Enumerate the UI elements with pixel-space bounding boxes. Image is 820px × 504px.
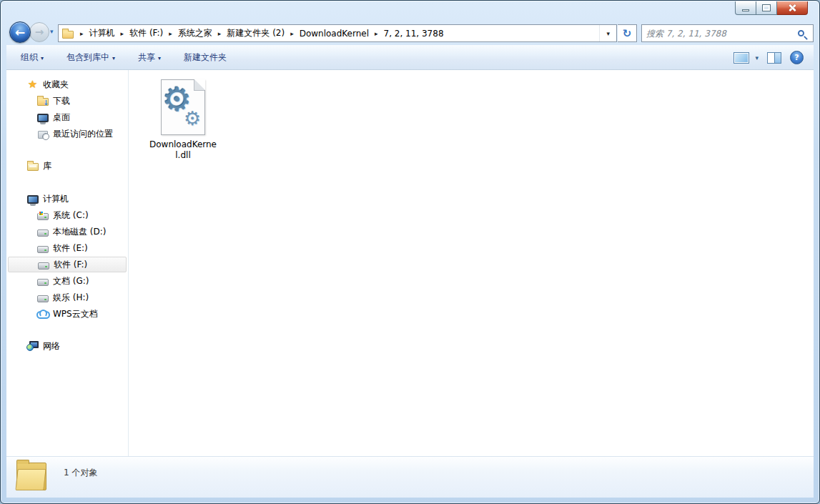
network-icon bbox=[26, 340, 39, 352]
help-icon[interactable]: ? bbox=[790, 51, 804, 64]
sidebar-group-libraries[interactable]: 库 bbox=[8, 158, 127, 174]
chevron-down-icon: ▾ bbox=[158, 55, 161, 61]
breadcrumb-xitongzhijia[interactable]: 系统之家 bbox=[174, 25, 216, 41]
sidebar-group-computer[interactable]: 计算机 bbox=[8, 191, 127, 207]
file-list-area[interactable]: ⚙ ⚙ DownloadKernel.dll bbox=[129, 70, 814, 456]
window-controls bbox=[735, 1, 808, 15]
file-name-label: DownloadKernel.dll bbox=[147, 139, 219, 161]
forward-arrow-icon: → bbox=[35, 26, 44, 39]
chevron-down-icon: ▾ bbox=[112, 55, 115, 61]
breadcrumb-downloadkernel[interactable]: DownloadKernel bbox=[296, 26, 372, 41]
back-button[interactable]: ← bbox=[9, 21, 31, 43]
recent-places-icon bbox=[36, 128, 49, 139]
item-count-label: 1 个对象 bbox=[64, 467, 97, 479]
dll-file-icon: ⚙ ⚙ bbox=[161, 79, 205, 135]
address-bar[interactable]: ▸ 计算机 ▸ 软件 (F:) ▸ 系统之家 ▸ 新建文件夹 (2) ▸ Dow… bbox=[58, 24, 617, 42]
hard-drive-icon bbox=[36, 242, 49, 254]
minimize-icon bbox=[742, 9, 749, 11]
refresh-button[interactable]: ↻ bbox=[618, 24, 637, 42]
organize-button[interactable]: 组织▾ bbox=[12, 48, 52, 67]
breadcrumb-separator-icon: ▸ bbox=[119, 30, 127, 37]
include-in-library-button[interactable]: 包含到库中▾ bbox=[58, 48, 124, 67]
command-toolbar: 组织▾ 包含到库中▾ 共享▾ 新建文件夹 ▾ ? bbox=[6, 45, 814, 70]
breadcrumb-separator-icon: ▸ bbox=[167, 30, 174, 37]
explorer-window: ← → ▾ ▸ 计算机 ▸ 软件 (F:) ▸ 系统之家 ▸ 新建文件夹 (2)… bbox=[0, 0, 820, 504]
chevron-down-icon: ▾ bbox=[41, 55, 44, 61]
sidebar-item-recent-places[interactable]: 最近访问的位置 bbox=[8, 126, 127, 142]
system-drive-icon bbox=[36, 209, 49, 221]
sidebar-group-network[interactable]: 网络 bbox=[8, 338, 127, 354]
share-button[interactable]: 共享▾ bbox=[129, 48, 169, 67]
breadcrumb-version-folder[interactable]: 7, 2, 11, 3788 bbox=[380, 26, 448, 41]
navigation-pane: ★ 收藏夹 ↓ 下载 桌面 最近访问的位置 库 计算机 系统 (C:) bbox=[6, 70, 128, 456]
search-icon bbox=[798, 30, 804, 36]
star-icon: ★ bbox=[26, 79, 39, 90]
sidebar-item-drive-h[interactable]: 娱乐 (H:) bbox=[8, 290, 127, 305]
hard-drive-icon bbox=[36, 292, 49, 303]
maximize-icon bbox=[763, 5, 770, 11]
new-folder-button[interactable]: 新建文件夹 bbox=[175, 48, 235, 67]
sidebar-item-drive-d[interactable]: 本地磁盘 (D:) bbox=[8, 224, 127, 239]
file-downloadkernel-dll[interactable]: ⚙ ⚙ DownloadKernel.dll bbox=[142, 79, 224, 161]
sidebar-item-downloads[interactable]: ↓ 下载 bbox=[8, 93, 127, 109]
forward-button[interactable]: → bbox=[29, 22, 49, 42]
back-arrow-icon: ← bbox=[15, 25, 25, 39]
breadcrumb-separator-icon: ▸ bbox=[216, 30, 224, 37]
sidebar-item-drive-c[interactable]: 系统 (C:) bbox=[8, 207, 127, 223]
hard-drive-icon bbox=[36, 275, 49, 287]
refresh-icon: ↻ bbox=[623, 27, 632, 40]
preview-pane-icon[interactable] bbox=[767, 52, 781, 64]
close-button[interactable] bbox=[777, 1, 808, 15]
sidebar-item-desktop[interactable]: 桌面 bbox=[8, 109, 127, 125]
breadcrumb-drive-f[interactable]: 软件 (F:) bbox=[126, 25, 167, 41]
cloud-icon bbox=[36, 308, 49, 320]
sidebar-item-drive-e[interactable]: 软件 (E:) bbox=[8, 240, 127, 256]
maximize-button[interactable] bbox=[756, 1, 777, 15]
breadcrumb-separator-icon: ▸ bbox=[288, 30, 296, 37]
hard-drive-icon bbox=[37, 259, 49, 270]
downloads-folder-icon: ↓ bbox=[36, 95, 49, 107]
sidebar-group-favorites[interactable]: ★ 收藏夹 bbox=[8, 76, 127, 92]
breadcrumb-computer[interactable]: 计算机 bbox=[86, 25, 119, 41]
folder-icon bbox=[15, 460, 48, 492]
sidebar-item-wps-cloud[interactable]: WPS云文档 bbox=[8, 306, 127, 322]
sidebar-item-drive-f[interactable]: 软件 (F:) bbox=[8, 257, 127, 272]
breadcrumb-separator-icon: ▸ bbox=[78, 30, 86, 37]
minimize-button[interactable] bbox=[735, 1, 756, 15]
details-pane: 1 个对象 bbox=[6, 456, 814, 498]
breadcrumb-separator-icon: ▸ bbox=[372, 30, 380, 37]
search-box bbox=[641, 24, 814, 42]
computer-icon bbox=[26, 193, 39, 204]
breadcrumb-new-folder-2[interactable]: 新建文件夹 (2) bbox=[223, 25, 288, 41]
sidebar-item-drive-g[interactable]: 文档 (G:) bbox=[8, 273, 127, 289]
close-icon bbox=[788, 4, 796, 12]
change-view-dropdown[interactable]: ▾ bbox=[755, 54, 759, 61]
desktop-monitor-icon bbox=[36, 112, 49, 123]
address-history-dropdown[interactable]: ▾ bbox=[599, 25, 616, 41]
recent-pages-dropdown[interactable]: ▾ bbox=[50, 28, 54, 35]
hard-drive-icon bbox=[36, 226, 49, 237]
gear-icon: ⚙ bbox=[184, 109, 201, 128]
libraries-icon bbox=[26, 160, 39, 172]
search-input[interactable] bbox=[642, 29, 798, 39]
change-view-icon[interactable] bbox=[733, 52, 749, 64]
location-folder-icon bbox=[61, 28, 74, 39]
